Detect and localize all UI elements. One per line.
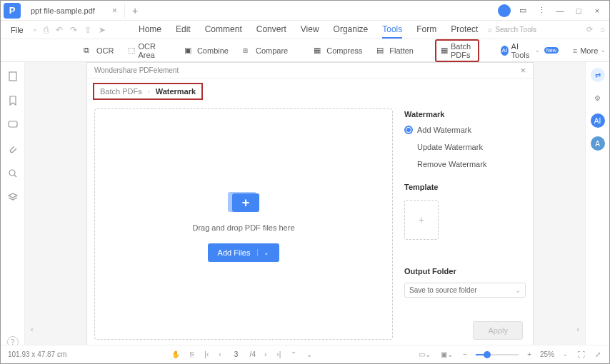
flatten-button[interactable]: ▤Flatten xyxy=(372,44,418,58)
user-avatar[interactable] xyxy=(498,4,511,17)
ocr-area-icon: ⬚ xyxy=(128,46,135,56)
settings-rail-icon[interactable]: ⚙ xyxy=(591,91,605,105)
scroll-up-icon[interactable]: ⌃ xyxy=(289,350,298,358)
hand-tool-icon[interactable]: ✋ xyxy=(170,350,181,358)
add-template-button[interactable]: + xyxy=(404,200,439,240)
option-remove-watermark[interactable]: Remove Watermark xyxy=(404,158,526,170)
file-menu[interactable]: File xyxy=(5,26,29,34)
combine-button[interactable]: ▣Combine xyxy=(180,44,233,58)
refresh-icon[interactable]: ⟳ xyxy=(586,25,593,34)
window-controls: ▭ ⋮ — □ × xyxy=(498,4,609,17)
share-icon[interactable]: ▭ xyxy=(516,4,529,17)
batch-panel: Wondershare PDFelement × Batch PDFs › Wa… xyxy=(86,62,534,348)
zoom-value: 25% xyxy=(540,350,554,358)
print-icon[interactable]: ⎙ xyxy=(44,25,49,35)
page-icon[interactable] xyxy=(7,71,19,82)
chevron-right-icon: › xyxy=(148,88,150,95)
menu-comment[interactable]: Comment xyxy=(205,21,242,39)
file-dropzone[interactable]: + Drag and drop PDF files here Add Files… xyxy=(94,108,393,340)
zoom-in-icon[interactable]: + xyxy=(526,350,533,358)
assistant-icon[interactable]: A xyxy=(591,136,605,151)
panel-title: Wondershare PDFelement xyxy=(94,66,179,74)
menu-view[interactable]: View xyxy=(301,21,319,39)
titlebar: P ppt file-sample.pdf × + ▭ ⋮ — □ × xyxy=(1,1,609,21)
page-number-input[interactable] xyxy=(230,350,243,358)
new-badge: New xyxy=(544,47,559,54)
minimize-button[interactable]: — xyxy=(554,4,566,17)
breadcrumb-root[interactable]: Batch PDFs xyxy=(100,87,142,96)
zoom-out-icon[interactable]: − xyxy=(461,350,469,358)
view-controls: ▭⌄ ▣⌄ − + 25% ⌄ ⛶ ⤢ xyxy=(417,350,602,358)
zoom-dropdown-icon[interactable]: ⌄ xyxy=(561,351,569,358)
first-page-icon[interactable]: |‹ xyxy=(203,350,210,358)
next-page-arrow[interactable]: › xyxy=(576,325,579,333)
new-tab-button[interactable]: + xyxy=(125,2,145,19)
more-button[interactable]: ≡More⌄ xyxy=(569,44,610,57)
svg-line-3 xyxy=(14,175,16,177)
panel-header: Wondershare PDFelement × xyxy=(87,63,533,79)
apply-button[interactable]: Apply xyxy=(473,321,523,340)
menu-form[interactable]: Form xyxy=(416,21,436,39)
menu-organize[interactable]: Organize xyxy=(334,21,369,39)
ocr-button[interactable]: ⧉OCR xyxy=(79,44,118,58)
tab-close-icon[interactable]: × xyxy=(112,6,117,16)
chevron-down-icon: ⌄ xyxy=(515,286,521,294)
template-section-title: Template xyxy=(404,183,526,191)
view-mode-2-icon[interactable]: ▣⌄ xyxy=(439,350,454,358)
upload-icon[interactable]: ⇪ xyxy=(84,25,91,35)
prev-page-icon[interactable]: ‹ xyxy=(217,350,222,358)
close-window-button[interactable]: × xyxy=(591,4,604,17)
comment-icon[interactable] xyxy=(7,119,19,131)
output-folder-select[interactable]: Save to source folder ⌄ xyxy=(404,283,526,298)
option-add-watermark[interactable]: Add Watermark xyxy=(404,124,526,136)
send-icon[interactable]: ➤ xyxy=(99,25,106,35)
option-update-watermark[interactable]: Update Watermark xyxy=(404,141,526,153)
fullscreen-icon[interactable]: ⤢ xyxy=(594,350,602,358)
app-logo: P xyxy=(4,3,21,19)
ocr-area-button[interactable]: ⬚OCR Area xyxy=(124,40,162,61)
document-tab[interactable]: ppt file-sample.pdf × xyxy=(24,3,125,19)
next-page-icon[interactable]: › xyxy=(263,350,268,358)
save-icon[interactable]: ▫ xyxy=(34,25,36,35)
page-total: /4 xyxy=(250,350,256,358)
view-mode-1-icon[interactable]: ▭⌄ xyxy=(417,350,432,358)
undo-icon[interactable]: ↶ xyxy=(56,25,63,35)
home-icon[interactable]: ⌂ xyxy=(600,25,605,34)
batch-icon: ▦ xyxy=(441,46,448,56)
menu-home[interactable]: Home xyxy=(139,21,161,39)
select-tool-icon[interactable]: ⎘ xyxy=(189,350,196,358)
panel-close-icon[interactable]: × xyxy=(520,65,526,76)
prev-page-arrow[interactable]: ‹ xyxy=(31,325,34,333)
maximize-button[interactable]: □ xyxy=(572,4,585,17)
options-column: Watermark Add Watermark Update Watermark… xyxy=(404,108,526,340)
menubar: File ▫ ⎙ ↶ ↷ ⇪ ➤ Home Edit Comment Conve… xyxy=(1,21,609,39)
bookmark-icon[interactable] xyxy=(7,95,19,106)
zoom-slider[interactable] xyxy=(476,354,519,355)
ai-rail-icon[interactable]: AI xyxy=(591,113,605,128)
add-files-button[interactable]: Add Files ⌄ xyxy=(208,243,280,262)
layers-icon[interactable] xyxy=(7,192,19,203)
combine-icon: ▣ xyxy=(184,46,194,56)
main-area: ? Wondershare PDFelement × Batch PDFs › … xyxy=(1,62,609,355)
menu-edit[interactable]: Edit xyxy=(176,21,191,39)
radio-on-icon xyxy=(404,126,413,134)
attachment-icon[interactable] xyxy=(7,143,19,155)
search-sidebar-icon[interactable] xyxy=(7,168,19,179)
batch-pdfs-button[interactable]: ▦Batch PDFs xyxy=(435,39,479,62)
translate-icon[interactable]: ⇄ xyxy=(591,68,605,82)
ai-tools-button[interactable]: AIAI Tools⌄New xyxy=(496,40,563,61)
dropzone-text: Drag and drop PDF files here xyxy=(192,223,294,232)
kebab-menu-icon[interactable]: ⋮ xyxy=(535,4,548,17)
last-page-icon[interactable]: ›| xyxy=(275,350,282,358)
redo-icon[interactable]: ↷ xyxy=(70,25,77,35)
output-section-title: Output Folder xyxy=(404,267,526,275)
scroll-down-icon[interactable]: ⌄ xyxy=(305,350,314,358)
compare-button[interactable]: ⧆Compare xyxy=(239,44,292,58)
search-tools[interactable]: ⌕ Search Tools xyxy=(488,26,536,34)
menu-tools[interactable]: Tools xyxy=(382,21,402,39)
menu-convert[interactable]: Convert xyxy=(256,21,286,39)
fit-width-icon[interactable]: ⛶ xyxy=(576,350,586,358)
compress-button[interactable]: ▦Compress xyxy=(309,44,366,58)
menu-protect[interactable]: Protect xyxy=(451,21,478,39)
watermark-section-title: Watermark xyxy=(404,110,526,118)
